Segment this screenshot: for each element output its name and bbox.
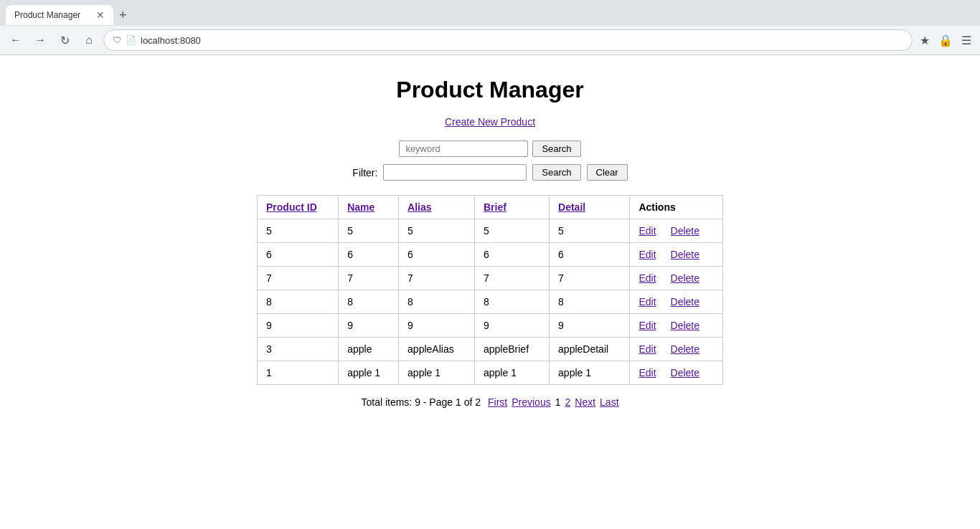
actions-container: EditDelete (639, 343, 714, 355)
actions-cell: EditDelete (630, 290, 723, 314)
previous-page-link[interactable]: Previous (512, 396, 550, 408)
sort-alias-link[interactable]: Alias (407, 201, 431, 213)
page-content: Product Manager Create New Product Searc… (0, 55, 980, 429)
cell-brief: apple 1 (474, 361, 549, 385)
shield-icon: 🛡 (113, 35, 121, 45)
edit-link[interactable]: Edit (639, 320, 656, 331)
cell-name: 6 (339, 243, 399, 267)
edit-link[interactable]: Edit (639, 225, 656, 237)
delete-link[interactable]: Delete (671, 249, 699, 260)
edit-link[interactable]: Edit (639, 343, 656, 355)
search-top-button[interactable]: Search (532, 140, 580, 157)
col-detail: Detail (550, 196, 630, 219)
cell-name: 9 (339, 314, 399, 338)
tab-bar: Product Manager ✕ + (0, 0, 980, 26)
reload-button[interactable]: ↻ (55, 30, 75, 50)
keyword-input[interactable] (399, 140, 528, 157)
cell-alias: appleAlias (399, 338, 475, 361)
col-name: Name (339, 196, 399, 219)
cell-product_id: 6 (258, 243, 339, 267)
bookmark-button[interactable]: ★ (917, 31, 933, 50)
delete-link[interactable]: Delete (671, 320, 699, 331)
forward-button[interactable]: → (30, 30, 50, 50)
edit-link[interactable]: Edit (639, 272, 656, 284)
cell-detail: 9 (550, 314, 630, 338)
page-title: Product Manager (396, 77, 583, 103)
home-button[interactable]: ⌂ (79, 30, 99, 50)
table-header: Product ID Name Alias Brief Detail Actio… (258, 196, 723, 219)
edit-link[interactable]: Edit (639, 296, 656, 308)
cell-detail: apple 1 (550, 361, 630, 385)
cell-alias: 8 (399, 290, 475, 314)
last-page-link[interactable]: Last (600, 396, 618, 408)
address-input[interactable] (141, 35, 903, 46)
browser-toolbar: ← → ↻ ⌂ 🛡 📄 ★ 🔒 ☰ (0, 26, 980, 54)
sort-product-id-link[interactable]: Product ID (266, 201, 317, 213)
back-button[interactable]: ← (6, 30, 26, 50)
sort-detail-link[interactable]: Detail (558, 201, 585, 213)
cell-detail: appleDetail (550, 338, 630, 361)
address-bar-container: 🛡 📄 (103, 29, 913, 51)
delete-link[interactable]: Delete (671, 225, 699, 237)
cell-product_id: 5 (258, 219, 339, 243)
sort-name-link[interactable]: Name (347, 201, 374, 213)
table-header-row: Product ID Name Alias Brief Detail Actio… (258, 196, 723, 219)
cell-name: apple (339, 338, 399, 361)
delete-link[interactable]: Delete (671, 272, 699, 284)
search-top: Search (399, 140, 580, 157)
cell-brief: 6 (474, 243, 549, 267)
next-page-link[interactable]: Next (575, 396, 595, 408)
actions-cell: EditDelete (630, 219, 723, 243)
total-info: Total items: 9 - Page 1 of 2 (361, 396, 481, 408)
cell-detail: 7 (550, 267, 630, 290)
table-row: 55555EditDelete (258, 219, 723, 243)
cell-brief: 9 (474, 314, 549, 338)
tab-close-button[interactable]: ✕ (96, 10, 105, 20)
new-tab-button[interactable]: + (113, 8, 133, 23)
page-2-link[interactable]: 2 (565, 396, 570, 408)
cell-product_id: 1 (258, 361, 339, 385)
actions-container: EditDelete (639, 225, 714, 237)
col-brief: Brief (474, 196, 549, 219)
cell-product_id: 7 (258, 267, 339, 290)
filter-input[interactable] (383, 164, 527, 181)
cell-detail: 6 (550, 243, 630, 267)
filter-row: Filter: Search Clear (352, 164, 627, 181)
filter-search-button[interactable]: Search (532, 164, 580, 181)
filter-clear-button[interactable]: Clear (587, 164, 628, 181)
actions-container: EditDelete (639, 249, 714, 260)
cell-detail: 5 (550, 219, 630, 243)
actions-container: EditDelete (639, 367, 714, 378)
active-tab[interactable]: Product Manager ✕ (6, 5, 113, 25)
cell-alias: 9 (399, 314, 475, 338)
cell-brief: 7 (474, 267, 549, 290)
cell-brief: 8 (474, 290, 549, 314)
cell-brief: 5 (474, 219, 549, 243)
col-product-id: Product ID (258, 196, 339, 219)
first-page-link[interactable]: First (488, 396, 507, 408)
table-row: 1apple 1apple 1apple 1apple 1EditDelete (258, 361, 723, 385)
cell-detail: 8 (550, 290, 630, 314)
delete-link[interactable]: Delete (671, 296, 699, 308)
delete-link[interactable]: Delete (671, 343, 699, 355)
actions-container: EditDelete (639, 272, 714, 284)
browser-chrome: Product Manager ✕ + ← → ↻ ⌂ 🛡 📄 ★ 🔒 ☰ (0, 0, 980, 55)
create-new-product-link[interactable]: Create New Product (445, 116, 535, 128)
menu-button[interactable]: ☰ (958, 31, 974, 50)
filter-label: Filter: (352, 167, 377, 178)
sort-brief-link[interactable]: Brief (484, 201, 507, 213)
table-row: 3appleappleAliasappleBriefappleDetailEdi… (258, 338, 723, 361)
cell-product_id: 9 (258, 314, 339, 338)
table-body: 55555EditDelete66666EditDelete77777EditD… (258, 219, 723, 385)
edit-link[interactable]: Edit (639, 367, 656, 378)
actions-cell: EditDelete (630, 338, 723, 361)
edit-link[interactable]: Edit (639, 249, 656, 260)
current-page: 1 (555, 396, 561, 408)
product-table: Product ID Name Alias Brief Detail Actio… (257, 195, 723, 385)
col-actions: Actions (630, 196, 723, 219)
search-area: Search Filter: Search Clear (352, 140, 627, 181)
pocket-button[interactable]: 🔒 (936, 31, 956, 50)
tab-title: Product Manager (14, 10, 90, 20)
delete-link[interactable]: Delete (671, 367, 699, 378)
table-row: 77777EditDelete (258, 267, 723, 290)
